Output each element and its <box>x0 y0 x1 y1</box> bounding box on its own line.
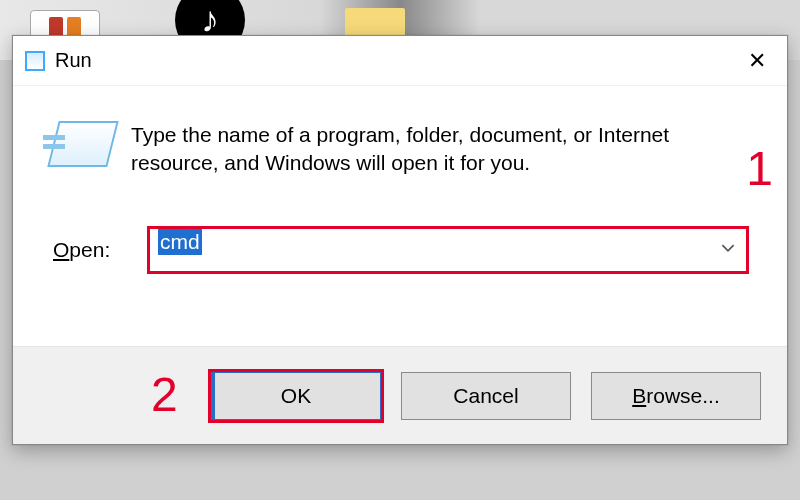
ok-button[interactable]: OK <box>211 372 381 420</box>
browse-button-label: Browse... <box>632 384 720 408</box>
cancel-button[interactable]: Cancel <box>401 372 571 420</box>
annotation-number-2: 2 <box>151 367 178 422</box>
open-label: Open: <box>53 238 133 262</box>
browse-button[interactable]: Browse... <box>591 372 761 420</box>
run-dialog-icon <box>25 51 45 71</box>
open-input-value: cmd <box>158 229 202 255</box>
annotation-number-1: 1 <box>746 141 773 196</box>
titlebar-title: Run <box>55 49 727 72</box>
titlebar: Run ✕ <box>13 36 787 86</box>
close-button[interactable]: ✕ <box>727 36 787 85</box>
dialog-description: Type the name of a program, folder, docu… <box>131 121 691 178</box>
button-bar: 2 OK Cancel Browse... <box>13 346 787 444</box>
run-dialog: Run ✕ Type the name of a program, folder… <box>12 35 788 445</box>
open-combobox-wrap: cmd <box>149 228 747 272</box>
run-icon <box>53 121 113 167</box>
cancel-button-label: Cancel <box>453 384 518 408</box>
dialog-content: Type the name of a program, folder, docu… <box>13 86 787 346</box>
close-icon: ✕ <box>748 48 766 74</box>
open-combobox[interactable]: cmd <box>149 228 747 272</box>
ok-button-label: OK <box>281 384 311 408</box>
